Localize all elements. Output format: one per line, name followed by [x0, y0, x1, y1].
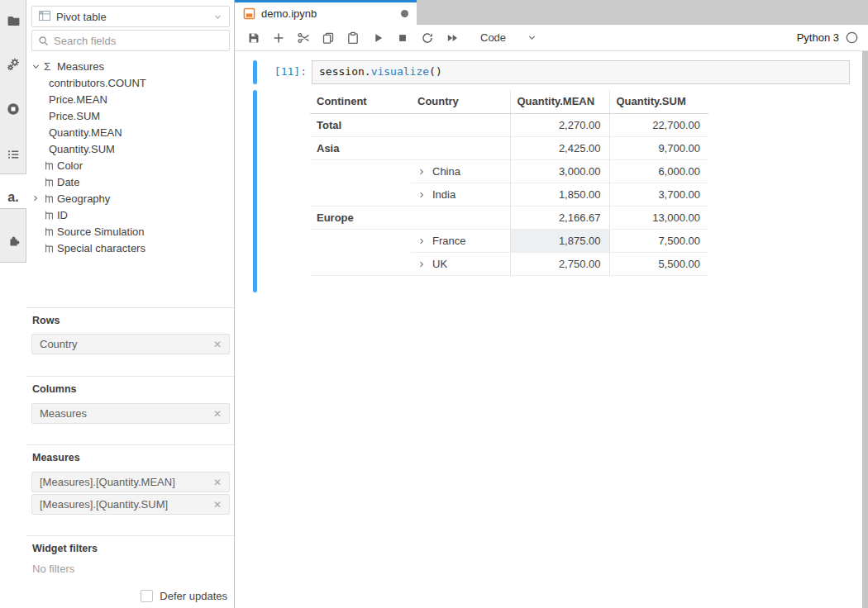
tree-item-hierarchy[interactable]: ID [26, 207, 233, 223]
chevron-right-icon[interactable] [31, 194, 44, 202]
tree-item-hierarchy[interactable]: Date [26, 173, 233, 190]
cut-button[interactable] [297, 31, 310, 45]
tree-item-hierarchy[interactable]: Source Simulation [26, 223, 233, 240]
cell-type-select[interactable]: Code [480, 31, 537, 44]
column-header[interactable]: Quantity.SUM [609, 90, 708, 113]
cell-quantity-sum[interactable]: 7,500.00 [609, 229, 708, 252]
tree-item-measure[interactable]: Quantity.SUM [26, 140, 233, 157]
cell-country[interactable]: UK [411, 252, 510, 275]
tree-item-measure[interactable]: Quantity.MEAN [26, 124, 233, 140]
cell-country[interactable]: India [411, 183, 510, 206]
chevron-down-icon[interactable] [31, 62, 44, 71]
chevron-right-icon[interactable] [417, 191, 426, 199]
activity-bar: a. [0, 0, 26, 608]
column-header[interactable]: Quantity.MEAN [510, 90, 609, 113]
close-icon[interactable]: ✕ [213, 339, 222, 350]
tree-item-measures[interactable]: ΣMeasures [26, 58, 233, 74]
cell-country[interactable]: France [411, 229, 510, 252]
modified-indicator-icon[interactable] [401, 10, 408, 17]
tree-item-hierarchy[interactable]: Color [26, 157, 233, 173]
hierarchy-icon [44, 210, 57, 221]
restart-button[interactable] [421, 31, 434, 45]
tree-item-measure[interactable]: Price.SUM [26, 107, 233, 124]
sigma-icon: Σ [44, 60, 57, 73]
cell-quantity-sum[interactable]: 22,700.00 [609, 113, 708, 136]
field-chip[interactable]: [Measures].[Quantity.MEAN]✕ [31, 472, 230, 492]
defer-updates: Defer updates [141, 590, 227, 602]
code-cell: [11]: session.visualize() [235, 60, 868, 84]
pivot-table: ContinentCountryQuantity.MEANQuantity.SU… [310, 90, 708, 276]
save-button[interactable] [247, 31, 260, 45]
kernel-indicator[interactable]: Python 3 [797, 31, 858, 44]
cell-quantity-mean[interactable]: 2,750.00 [510, 252, 609, 275]
close-icon[interactable]: ✕ [213, 477, 222, 488]
cell-country[interactable]: China [411, 159, 510, 183]
hierarchy-icon [44, 226, 57, 237]
pivot-table-icon [39, 11, 50, 23]
close-icon[interactable]: ✕ [213, 408, 222, 420]
table-row: Asia2,425.009,700.00 [310, 136, 708, 159]
cell-continent [310, 229, 411, 252]
tree-item-label: Quantity.SUM [49, 143, 115, 155]
cell-continent [310, 159, 411, 183]
scrollbar-track[interactable] [862, 51, 868, 608]
notebook: [11]: session.visualize() ContinentCount… [235, 51, 868, 608]
no-filters-text: No filters [32, 563, 74, 575]
tree-item-label: Price.MEAN [49, 93, 107, 106]
cell-quantity-sum[interactable]: 9,700.00 [609, 136, 708, 159]
pivot-table-header: ContinentCountryQuantity.MEANQuantity.SU… [310, 90, 708, 113]
code-token: visualize [371, 65, 429, 78]
cell-quantity-mean[interactable]: 1,875.00 [510, 229, 609, 252]
folder-icon[interactable] [0, 12, 26, 29]
cell-quantity-mean[interactable]: 2,425.00 [510, 136, 609, 159]
cell-country[interactable] [411, 206, 510, 229]
insert-cell-button[interactable] [272, 31, 285, 45]
tree-item-label: Special characters [57, 242, 145, 254]
run-button[interactable] [371, 31, 384, 45]
run-all-button[interactable] [446, 31, 459, 45]
widget-type-select[interactable]: Pivot table [31, 6, 230, 27]
cell-quantity-mean[interactable]: 2,166.67 [510, 206, 609, 229]
cell-quantity-sum[interactable]: 5,500.00 [609, 252, 708, 275]
cell-continent [310, 183, 411, 206]
cell-country[interactable] [411, 136, 510, 159]
cell-quantity-mean[interactable]: 1,850.00 [510, 183, 609, 206]
chevron-right-icon[interactable] [417, 260, 426, 268]
tree-item-label: ID [57, 209, 68, 221]
tree-item-hierarchy[interactable]: Geography [26, 190, 233, 207]
column-header[interactable]: Continent [310, 90, 411, 113]
column-header[interactable]: Country [411, 90, 510, 113]
cell-quantity-sum[interactable]: 6,000.00 [609, 159, 708, 183]
chip-label: Country [40, 338, 78, 350]
gears-icon[interactable] [0, 56, 26, 73]
code-editor[interactable]: session.visualize() [312, 60, 850, 84]
atoti-icon[interactable]: a. [0, 189, 26, 206]
cell-quantity-mean[interactable]: 2,270.00 [510, 113, 609, 136]
tab-bar: demo.ipynb [235, 0, 868, 25]
copy-button[interactable] [322, 31, 335, 45]
tree-item-hierarchy[interactable]: Special characters [26, 240, 233, 256]
field-chip[interactable]: [Measures].[Quantity.SUM]✕ [31, 494, 230, 515]
tree-item-label: contributors.COUNT [49, 77, 146, 89]
tab-demo-ipynb[interactable]: demo.ipynb [235, 0, 417, 25]
stop-button[interactable] [396, 31, 409, 45]
defer-updates-checkbox[interactable] [141, 590, 153, 602]
chip-label: Measures [40, 407, 87, 420]
chevron-right-icon[interactable] [417, 237, 426, 245]
execution-prompt: [11]: [257, 60, 312, 84]
tree-item-measure[interactable]: Price.MEAN [26, 91, 233, 107]
field-chip[interactable]: Measures✕ [31, 403, 230, 424]
search-input[interactable] [54, 35, 223, 47]
chevron-right-icon[interactable] [417, 168, 426, 176]
cell-quantity-sum[interactable]: 13,000.00 [609, 206, 708, 229]
cell-country[interactable] [411, 113, 510, 136]
tree-item-measure[interactable]: contributors.COUNT [26, 74, 233, 91]
field-chip[interactable]: Country✕ [31, 334, 230, 354]
table-of-contents-icon[interactable] [0, 146, 26, 163]
cell-quantity-sum[interactable]: 3,700.00 [609, 183, 708, 206]
running-sessions-icon[interactable] [0, 101, 26, 117]
cell-quantity-mean[interactable]: 3,000.00 [510, 159, 609, 183]
extensions-icon[interactable] [0, 233, 26, 249]
close-icon[interactable]: ✕ [213, 499, 222, 511]
paste-button[interactable] [346, 31, 360, 45]
